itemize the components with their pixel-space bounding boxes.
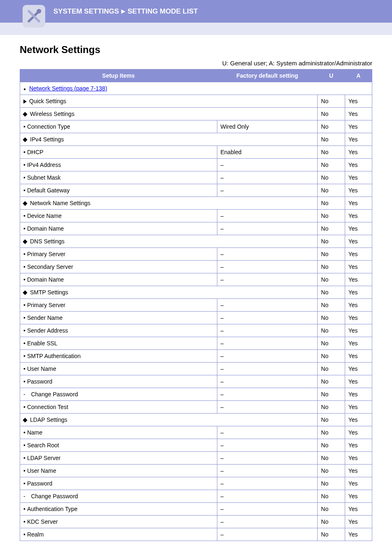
bullet-dot-icon: •	[23, 506, 25, 512]
settings-table: Setup Items Factory default setting U A …	[20, 69, 372, 541]
bullet-dot-icon: •	[23, 174, 25, 181]
setup-item-cell: •User Name	[20, 465, 217, 477]
setup-item-cell: Wireless Settings	[20, 108, 318, 120]
u-cell: No	[318, 350, 345, 363]
u-cell: No	[318, 452, 345, 465]
diamond-icon	[23, 201, 27, 206]
bullet-dot-icon: •	[23, 276, 25, 283]
table-row: Quick SettingsNoYes	[20, 95, 372, 108]
default-cell: –	[217, 210, 318, 222]
default-cell: –	[217, 350, 318, 363]
setup-item-cell: •LDAP Server	[20, 452, 217, 465]
setup-item-label: Enable SSL	[27, 340, 58, 347]
setup-item-cell: •Connection Type	[20, 120, 217, 133]
table-row: •SMTP Authentication–NoYes	[20, 350, 372, 363]
a-cell: Yes	[345, 171, 372, 184]
a-cell: Yes	[345, 324, 372, 337]
setup-item-cell: •Authentication Type	[20, 503, 217, 516]
diamond-icon	[23, 240, 27, 244]
setup-item-label: Device Name	[27, 213, 62, 219]
table-row: •Connection Test–NoYes	[20, 401, 372, 414]
default-cell: –	[217, 337, 318, 350]
table-row: - Change Password–NoYes	[20, 388, 372, 401]
table-row: IPv4 SettingsNoYes	[20, 133, 372, 146]
setup-item-cell: •Domain Name	[20, 273, 217, 286]
setup-item-label: Realm	[27, 531, 44, 538]
bullet-dot-icon: •	[23, 162, 25, 168]
table-row: •Search Root–NoYes	[20, 439, 372, 452]
bullet-dot-icon: •	[23, 264, 25, 270]
default-cell: –	[217, 516, 318, 528]
default-cell: –	[217, 477, 318, 490]
table-row: Network Name SettingsNoYes	[20, 197, 372, 210]
bullet-dot-icon: •	[23, 149, 25, 155]
a-cell: Yes	[345, 401, 372, 414]
a-cell: Yes	[345, 528, 372, 541]
default-cell: –	[217, 426, 318, 439]
table-row: •User Name–NoYes	[20, 363, 372, 375]
setup-item-cell: •Subnet Mask	[20, 171, 217, 184]
default-cell: –	[217, 452, 318, 465]
u-cell: No	[318, 477, 345, 490]
setup-item-label: Secondary Server	[27, 264, 73, 270]
default-cell: –	[217, 171, 318, 184]
bullet-dot-icon: •	[23, 353, 25, 359]
table-row: •Device Name–NoYes	[20, 210, 372, 222]
a-cell: Yes	[345, 235, 372, 248]
setup-item-label: Subnet Mask	[27, 174, 61, 181]
bullet-dot-icon: •	[23, 467, 25, 474]
default-cell: –	[217, 184, 318, 197]
u-cell: No	[318, 312, 345, 324]
table-row: Wireless SettingsNoYes	[20, 108, 372, 120]
default-cell: –	[217, 324, 318, 337]
setup-item-cell: •Primary Server	[20, 299, 217, 312]
a-cell: Yes	[345, 312, 372, 324]
breadcrumb-part-2: SETTING MODE LIST	[127, 7, 198, 16]
a-cell: Yes	[345, 477, 372, 490]
bullet-icon: ●	[23, 87, 26, 91]
setup-item-label: IPv4 Settings	[30, 136, 64, 143]
setup-item-cell: DNS Settings	[20, 235, 318, 248]
setup-item-cell: •Realm	[20, 528, 217, 541]
u-cell: No	[318, 159, 345, 171]
a-cell: Yes	[345, 95, 372, 108]
setup-item-label: Domain Name	[27, 225, 64, 232]
setup-item-cell: IPv4 Settings	[20, 133, 318, 146]
u-cell: No	[318, 363, 345, 375]
setup-item-cell: Quick Settings	[20, 95, 318, 108]
u-cell: No	[318, 171, 345, 184]
u-cell: No	[318, 184, 345, 197]
dash-icon: -	[23, 493, 28, 500]
setup-item-label: DHCP	[27, 149, 44, 155]
link-row: ● Network Settings (page 7-138)	[20, 82, 372, 95]
setup-item-cell: •DHCP	[20, 146, 217, 159]
legend-text: U: General user; A: System administrator…	[20, 60, 372, 67]
network-settings-link[interactable]: Network Settings (page 7-138)	[29, 85, 107, 92]
breadcrumb-part-1: SYSTEM SETTINGS	[53, 7, 119, 16]
bullet-dot-icon: •	[23, 442, 25, 449]
u-cell: No	[318, 337, 345, 350]
table-row: •Domain Name–NoYes	[20, 222, 372, 235]
bullet-dot-icon: •	[23, 480, 25, 487]
setup-item-cell: •Name	[20, 426, 217, 439]
bullet-dot-icon: •	[23, 327, 25, 334]
table-row: •Password–NoYes	[20, 375, 372, 388]
a-cell: Yes	[345, 222, 372, 235]
dash-icon: -	[23, 391, 28, 398]
setup-item-cell: LDAP Settings	[20, 414, 318, 426]
table-row: •Sender Address–NoYes	[20, 324, 372, 337]
u-cell: No	[318, 516, 345, 528]
table-row: •Name–NoYes	[20, 426, 372, 439]
breadcrumb-separator-icon: ►	[120, 7, 127, 16]
a-cell: Yes	[345, 375, 372, 388]
setup-item-cell: SMTP Settings	[20, 286, 318, 299]
col-header-default: Factory default setting	[217, 69, 318, 82]
setup-item-label: Connection Type	[27, 123, 70, 130]
table-row: DNS SettingsNoYes	[20, 235, 372, 248]
u-cell: No	[318, 426, 345, 439]
table-row: •Default Gateway–NoYes	[20, 184, 372, 197]
u-cell: No	[318, 235, 345, 248]
bullet-dot-icon: •	[23, 404, 25, 410]
table-row: •KDC Server–NoYes	[20, 516, 372, 528]
setup-item-cell: •Secondary Server	[20, 261, 217, 273]
